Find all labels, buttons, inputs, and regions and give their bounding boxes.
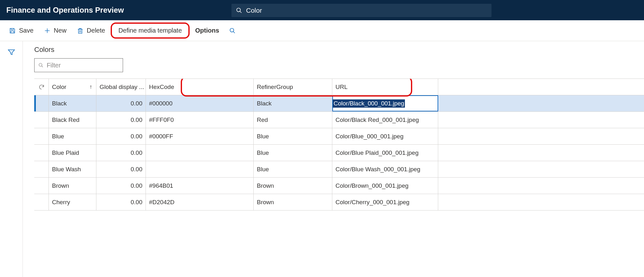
- cell-refiner-group[interactable]: Brown: [254, 178, 332, 194]
- header-color-label: Color: [52, 84, 66, 91]
- cell-hexcode[interactable]: #D2042D: [146, 194, 254, 210]
- define-media-template-button[interactable]: Define media template: [111, 22, 189, 39]
- cell-refiner-group[interactable]: Red: [254, 112, 332, 128]
- svg-point-0: [237, 8, 241, 12]
- action-bar: Save New Delete Define media template Op…: [0, 20, 644, 41]
- cell-hexcode[interactable]: #FFF0F0: [146, 112, 254, 128]
- row-marker-cell[interactable]: [34, 178, 49, 194]
- table-row[interactable]: Blue0.00#0000FFBlueColor/Blue_000_001.jp…: [34, 128, 644, 145]
- cell-refiner-group[interactable]: Black: [254, 95, 332, 111]
- cell-global-display[interactable]: 0.00: [96, 128, 146, 144]
- row-marker-cell[interactable]: [34, 145, 49, 161]
- cell-hexcode[interactable]: #964B01: [146, 178, 254, 194]
- table-row[interactable]: Blue Wash0.00BlueColor/Blue Wash_000_001…: [34, 161, 644, 178]
- cell-hexcode[interactable]: [146, 145, 254, 161]
- cell-url[interactable]: Color/Black_000_001.jpeg: [332, 95, 438, 111]
- save-label: Save: [19, 27, 34, 34]
- table-row[interactable]: Brown0.00#964B01BrownColor/Brown_000_001…: [34, 178, 644, 194]
- delete-button[interactable]: Delete: [72, 24, 110, 37]
- row-marker-cell[interactable]: [34, 194, 49, 210]
- svg-line-11: [42, 66, 43, 67]
- svg-rect-2: [11, 31, 14, 33]
- cell-url[interactable]: Color/Black Red_000_001.jpeg: [332, 112, 438, 128]
- svg-point-10: [39, 63, 42, 66]
- cell-refiner-group[interactable]: Blue: [254, 161, 332, 177]
- cell-global-display[interactable]: 0.00: [96, 145, 146, 161]
- new-button[interactable]: New: [39, 24, 71, 37]
- cell-url[interactable]: Color/Cherry_000_001.jpeg: [332, 194, 438, 210]
- action-search-button[interactable]: [225, 25, 240, 36]
- table-row[interactable]: Black0.00#000000BlackColor/Black_000_001…: [34, 95, 644, 112]
- delete-label: Delete: [87, 27, 105, 34]
- cell-hexcode[interactable]: #0000FF: [146, 128, 254, 144]
- content-area: Colors Color ↑ Global display: [23, 41, 644, 277]
- row-marker-cell[interactable]: [34, 128, 49, 144]
- header-hexcode-label: HexCode: [149, 84, 174, 91]
- svg-rect-5: [78, 29, 82, 33]
- global-search[interactable]: [231, 4, 491, 17]
- define-media-template-label: Define media template: [118, 27, 182, 34]
- table-row[interactable]: Blue Plaid0.00BlueColor/Blue Plaid_000_0…: [34, 145, 644, 161]
- header-color[interactable]: Color ↑: [49, 79, 96, 95]
- quick-filter-input[interactable]: [47, 62, 119, 69]
- filter-pane-button[interactable]: [5, 46, 18, 277]
- cell-refiner-group[interactable]: Blue: [254, 128, 332, 144]
- trash-icon: [77, 27, 84, 34]
- plus-icon: [44, 27, 51, 34]
- header-global-display[interactable]: Global display ...: [96, 79, 146, 95]
- cell-color[interactable]: Blue Plaid: [49, 145, 96, 161]
- search-icon: [236, 7, 242, 14]
- header-url[interactable]: URL: [332, 79, 438, 95]
- cell-global-display[interactable]: 0.00: [96, 161, 146, 177]
- cell-hexcode[interactable]: [146, 161, 254, 177]
- save-button[interactable]: Save: [4, 24, 38, 37]
- cell-color[interactable]: Brown: [49, 178, 96, 194]
- cell-color[interactable]: Blue: [49, 128, 96, 144]
- topbar: Finance and Operations Preview: [0, 0, 644, 20]
- funnel-icon: [7, 48, 16, 56]
- app-title: Finance and Operations Preview: [6, 6, 124, 15]
- options-label: Options: [195, 27, 219, 34]
- cell-color[interactable]: Cherry: [49, 194, 96, 210]
- cell-url-value: Color/Black_000_001.jpeg: [333, 99, 405, 108]
- header-url-label: URL: [335, 84, 348, 91]
- cell-global-display[interactable]: 0.00: [96, 194, 146, 210]
- grid-header-row: Color ↑ Global display ... HexCode Refin…: [34, 79, 644, 95]
- cell-url[interactable]: Color/Blue_000_001.jpeg: [332, 128, 438, 144]
- cell-color[interactable]: Black Red: [49, 112, 96, 128]
- search-icon: [38, 62, 43, 68]
- row-marker-cell[interactable]: [36, 95, 49, 111]
- header-hexcode[interactable]: HexCode: [146, 79, 254, 95]
- new-label: New: [54, 27, 67, 34]
- header-refiner-label: RefinerGroup: [257, 84, 293, 91]
- cell-color[interactable]: Blue Wash: [49, 161, 96, 177]
- quick-filter[interactable]: [34, 58, 123, 72]
- table-row[interactable]: Black Red0.00#FFF0F0RedColor/Black Red_0…: [34, 112, 644, 128]
- save-icon: [9, 27, 16, 34]
- page-title: Colors: [34, 46, 644, 54]
- cell-refiner-group[interactable]: Blue: [254, 145, 332, 161]
- cell-refiner-group[interactable]: Brown: [254, 194, 332, 210]
- side-panel: [0, 41, 23, 277]
- sort-asc-icon: ↑: [89, 84, 92, 90]
- search-icon: [229, 28, 236, 34]
- global-search-input[interactable]: [246, 7, 487, 14]
- cell-color[interactable]: Black: [49, 95, 96, 111]
- options-button[interactable]: Options: [191, 24, 224, 37]
- cell-url[interactable]: Color/Blue Wash_000_001.jpeg: [332, 161, 438, 177]
- cell-global-display[interactable]: 0.00: [96, 112, 146, 128]
- refresh-column-button[interactable]: [34, 79, 49, 95]
- cell-url[interactable]: Color/Blue Plaid_000_001.jpeg: [332, 145, 438, 161]
- table-row[interactable]: Cherry0.00#D2042DBrownColor/Cherry_000_0…: [34, 194, 644, 211]
- svg-line-9: [233, 31, 235, 33]
- svg-point-8: [230, 28, 234, 32]
- row-marker-cell[interactable]: [34, 112, 49, 128]
- row-marker-cell[interactable]: [34, 161, 49, 177]
- cell-global-display[interactable]: 0.00: [96, 95, 146, 111]
- cell-global-display[interactable]: 0.00: [96, 178, 146, 194]
- cell-url[interactable]: Color/Brown_000_001.jpeg: [332, 178, 438, 194]
- svg-line-1: [240, 11, 242, 13]
- cell-hexcode[interactable]: #000000: [146, 95, 254, 111]
- data-grid: Color ↑ Global display ... HexCode Refin…: [34, 79, 644, 211]
- header-refiner-group[interactable]: RefinerGroup: [254, 79, 332, 95]
